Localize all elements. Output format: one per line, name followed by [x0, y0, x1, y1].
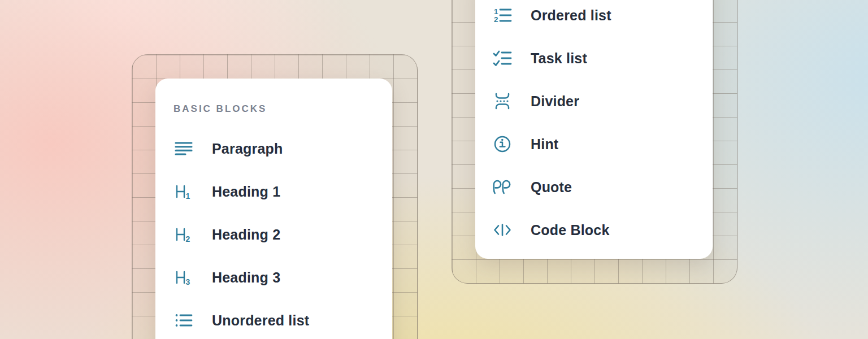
menu-item-label: Quote [531, 179, 572, 195]
svg-text:2: 2 [494, 15, 498, 24]
menu-item-heading-3[interactable]: 3 Heading 3 [155, 256, 392, 299]
menu-item-label: Ordered list [531, 7, 611, 24]
task-list-icon [492, 48, 513, 68]
blocks-menu-continued: 1 2 Ordered list Task list Divider Hint … [475, 0, 713, 259]
heading-3-icon: 3 [173, 267, 194, 288]
menu-item-label: Task list [531, 50, 587, 67]
menu-list-right: 1 2 Ordered list Task list Divider Hint … [475, 0, 713, 251]
menu-item-label: Divider [531, 93, 579, 110]
quote-icon [492, 177, 513, 197]
menu-item-code-block[interactable]: Code Block [475, 208, 713, 251]
menu-item-quote[interactable]: Quote [475, 166, 713, 208]
menu-item-label: Hint [531, 136, 558, 153]
menu-list-left: Paragraph 1 Heading 1 2 Heading 2 3 Head… [155, 127, 392, 339]
menu-item-ordered-list[interactable]: 1 2 Ordered list [475, 0, 713, 37]
svg-text:1: 1 [494, 7, 498, 16]
menu-item-label: Heading 2 [212, 227, 280, 243]
paragraph-icon [173, 138, 194, 159]
heading-1-icon: 1 [173, 181, 194, 202]
svg-text:3: 3 [186, 277, 190, 286]
menu-item-paragraph[interactable]: Paragraph [155, 127, 392, 170]
menu-item-label: Heading 1 [212, 184, 280, 200]
divider-icon [492, 91, 513, 111]
menu-item-unordered-list[interactable]: Unordered list [155, 299, 392, 339]
menu-item-heading-2[interactable]: 2 Heading 2 [155, 213, 392, 256]
menu-section-title: BASIC BLOCKS [173, 103, 392, 115]
hint-icon [492, 134, 513, 154]
menu-item-hint[interactable]: Hint [475, 123, 713, 166]
menu-item-label: Paragraph [212, 141, 283, 157]
ordered-list-icon: 1 2 [492, 5, 513, 25]
unordered-list-icon [173, 310, 194, 331]
menu-item-label: Unordered list [212, 312, 309, 329]
menu-item-label: Code Block [531, 222, 610, 238]
heading-2-icon: 2 [173, 224, 194, 245]
menu-item-divider[interactable]: Divider [475, 80, 713, 123]
menu-item-label: Heading 3 [212, 270, 280, 286]
menu-item-task-list[interactable]: Task list [475, 37, 713, 80]
code-block-icon [492, 220, 513, 240]
basic-blocks-menu: BASIC BLOCKS Paragraph 1 Heading 1 2 Hea… [155, 79, 392, 339]
svg-text:2: 2 [186, 234, 190, 244]
menu-item-heading-1[interactable]: 1 Heading 1 [155, 170, 392, 213]
svg-text:1: 1 [186, 192, 190, 201]
